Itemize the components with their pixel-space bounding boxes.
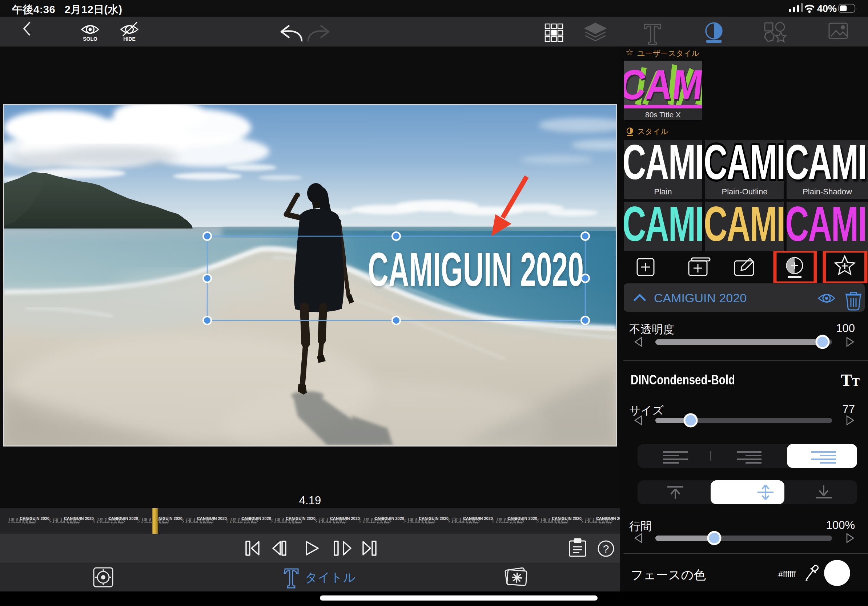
svg-text:CAMIGUIN 2020: CAMIGUIN 2020: [654, 291, 747, 305]
svg-text:CAM: CAM: [624, 61, 702, 108]
svg-text:CAMIGUIN 2020: CAMIGUIN 2020: [368, 243, 584, 296]
svg-text:?: ?: [603, 543, 609, 555]
svg-text:タイトル: タイトル: [305, 570, 355, 584]
svg-text:40%: 40%: [817, 3, 837, 14]
svg-text:SOLO: SOLO: [83, 36, 98, 42]
svg-text:HIDE: HIDE: [123, 36, 135, 42]
